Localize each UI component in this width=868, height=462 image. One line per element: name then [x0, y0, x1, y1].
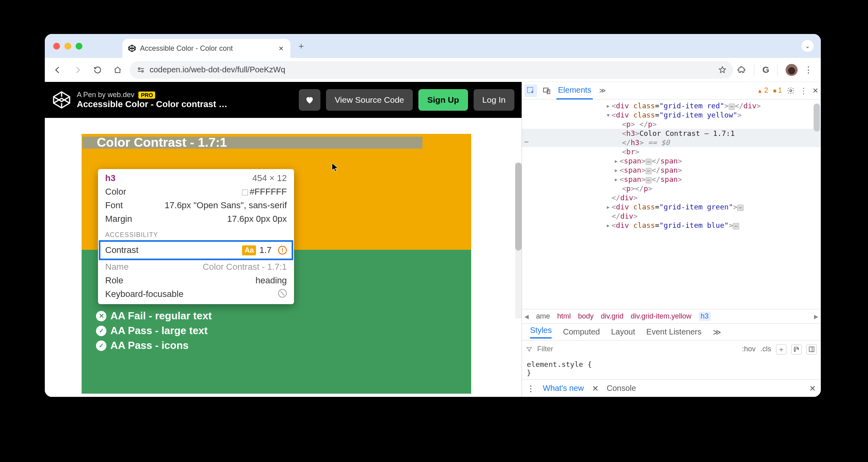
- device-toggle-icon[interactable]: [540, 84, 553, 97]
- styles-tab[interactable]: Styles: [530, 326, 552, 339]
- profile-avatar[interactable]: [786, 64, 798, 76]
- whats-new-tab[interactable]: What's new: [543, 384, 584, 393]
- warning-icon: !: [278, 246, 287, 255]
- address-bar[interactable]: codepen.io/web-dot-dev/full/PoeKzWq: [130, 61, 733, 79]
- page-scrollbar[interactable]: [515, 163, 522, 319]
- devtools-close-icon[interactable]: ✕: [812, 86, 818, 95]
- menu-icon[interactable]: ⋮: [804, 65, 813, 75]
- row-key: Keyboard-focusable: [105, 289, 184, 299]
- styles-tabs: Styles Computed Layout Event Listeners ≫: [522, 323, 821, 340]
- selected-dom-node[interactable]: <h3>Color Contrast – 1.7:1: [522, 129, 821, 138]
- drawer-menu-icon[interactable]: ⋮: [527, 384, 535, 393]
- dom-breadcrumb[interactable]: ◀ ame html body div.grid div.grid-item.y…: [522, 309, 821, 323]
- contrast-row-highlighted: Contrast Aa 1.7 !: [99, 240, 293, 260]
- breadcrumb-right-icon[interactable]: ▶: [814, 313, 818, 320]
- paint-icon[interactable]: [791, 344, 802, 354]
- window-close-button[interactable]: [53, 43, 60, 50]
- item-text: AA Fail - regular text: [110, 310, 212, 322]
- cls-toggle[interactable]: .cls: [760, 345, 771, 353]
- filter-icon: [526, 346, 532, 352]
- byline: A Pen by web.dev PRO: [77, 91, 293, 99]
- tab-close-button[interactable]: ✕: [277, 44, 285, 52]
- issue-chip[interactable]: 1: [773, 86, 782, 95]
- new-tab-button[interactable]: ＋: [294, 39, 308, 53]
- styles-body[interactable]: element.style { }: [522, 358, 821, 379]
- elements-tab[interactable]: Elements: [556, 82, 593, 100]
- dom-scrollbar-thumb[interactable]: [814, 104, 820, 131]
- crumb[interactable]: div.grid: [601, 312, 624, 321]
- svg-point-0: [138, 68, 140, 69]
- byline-prefix: A Pen by: [77, 91, 108, 99]
- svg-point-1: [142, 70, 143, 72]
- extensions-icon[interactable]: [737, 66, 746, 74]
- devtools-drawer: ⋮ What's new ✕ Console ✕: [522, 379, 821, 397]
- log-in-button[interactable]: Log In: [474, 89, 514, 111]
- google-icon[interactable]: G: [762, 65, 769, 75]
- crumb[interactable]: ame: [536, 312, 550, 321]
- rule-close: }: [527, 368, 816, 377]
- pro-badge: PRO: [138, 92, 155, 99]
- collapse-dots-icon[interactable]: ⋯: [524, 137, 529, 146]
- back-button[interactable]: [50, 62, 66, 78]
- crumb[interactable]: html: [557, 312, 571, 321]
- inspect-element-icon[interactable]: [524, 84, 537, 97]
- crumb[interactable]: body: [578, 312, 594, 321]
- crumb[interactable]: div.grid-item.yellow: [631, 312, 692, 321]
- pen-title: Accessible Color - Color contrast …: [77, 99, 293, 110]
- settings-icon[interactable]: [787, 87, 795, 95]
- love-button[interactable]: [299, 89, 320, 111]
- item-text: AA Pass - large text: [110, 325, 208, 337]
- more-tabs-icon[interactable]: ≫: [713, 327, 721, 337]
- more-tabs-icon[interactable]: ≫: [596, 84, 609, 97]
- forward-button[interactable]: [70, 62, 86, 78]
- kebab-icon[interactable]: ⋮: [800, 86, 808, 96]
- computed-panel-icon[interactable]: [806, 344, 817, 354]
- aa-badge: Aa: [242, 245, 256, 255]
- filter-input[interactable]: [537, 345, 737, 353]
- browser-toolbar: codepen.io/web-dot-dev/full/PoeKzWq G ⋮: [45, 58, 821, 82]
- sign-up-button[interactable]: Sign Up: [418, 89, 468, 111]
- row-key: Font: [105, 200, 123, 211]
- site-settings-icon[interactable]: [136, 66, 146, 74]
- codepen-logo-icon[interactable]: [52, 90, 71, 110]
- breadcrumb-left-icon[interactable]: ◀: [524, 313, 529, 320]
- reload-button[interactable]: [90, 62, 106, 78]
- list-item: AA Fail - regular text: [96, 310, 212, 322]
- browser-tab[interactable]: Accessible Color - Color cont ✕: [122, 39, 290, 58]
- view-source-button[interactable]: View Source Code: [326, 89, 413, 111]
- byline-author[interactable]: web.dev: [108, 91, 134, 99]
- dom-tree[interactable]: ▸<div class="grid-item red">⋯</div> ▾<di…: [522, 100, 821, 309]
- row-key: Role: [105, 275, 123, 286]
- crumb[interactable]: h3: [699, 312, 711, 321]
- star-icon[interactable]: [718, 66, 727, 74]
- window-minimize-button[interactable]: [64, 43, 71, 50]
- tabs-chevron-button[interactable]: ⌄: [802, 40, 814, 52]
- row-key: Name: [105, 262, 129, 272]
- drawer-close-icon[interactable]: ✕: [809, 384, 816, 393]
- whats-new-close-icon[interactable]: ✕: [592, 384, 599, 393]
- error-chip[interactable]: 2: [757, 86, 768, 95]
- svg-rect-6: [809, 347, 814, 352]
- svg-point-5: [790, 90, 792, 92]
- row-key: Color: [105, 187, 126, 197]
- styles-filter-bar: :hov .cls ＋: [522, 340, 821, 358]
- event-listeners-tab[interactable]: Event Listeners: [646, 327, 702, 337]
- codepen-favicon-icon: [128, 44, 136, 52]
- fail-icon: [96, 311, 106, 321]
- not-focusable-icon: [278, 289, 287, 298]
- row-val: #FFFFFF: [242, 187, 287, 197]
- content-split: A Pen by web.dev PRO Accessible Color - …: [45, 82, 821, 397]
- scrollbar-thumb[interactable]: [515, 163, 522, 251]
- yellow-heading: Color Contrast - 1.7:1: [97, 135, 227, 150]
- console-tab[interactable]: Console: [607, 384, 636, 393]
- new-style-icon[interactable]: ＋: [776, 344, 786, 354]
- home-button[interactable]: [110, 62, 126, 78]
- codepen-header: A Pen by web.dev PRO Accessible Color - …: [45, 82, 522, 118]
- computed-tab[interactable]: Computed: [563, 327, 600, 337]
- row-val: Color Contrast - 1.7:1: [203, 262, 287, 272]
- pass-icon: [96, 326, 106, 336]
- window-zoom-button[interactable]: [76, 43, 82, 50]
- hov-toggle[interactable]: :hov: [742, 345, 756, 353]
- layout-tab[interactable]: Layout: [611, 327, 635, 337]
- page-body: Color Contrast - 1.7:1 AA Fail - regular…: [45, 118, 522, 397]
